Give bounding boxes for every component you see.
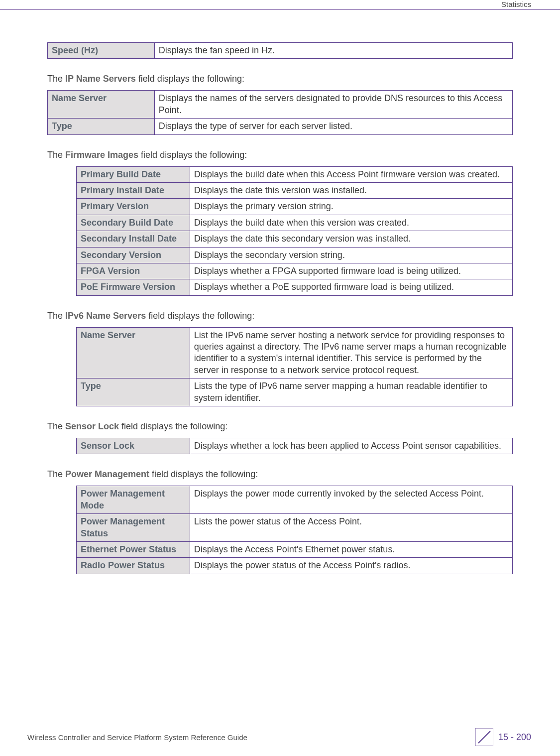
field-label: PoE Firmware Version [77, 279, 190, 295]
table-row: Name Server Displays the names of the se… [48, 91, 513, 119]
intro-term: IPv6 Name Servers [65, 311, 146, 321]
field-desc: Displays the Access Point's Ethernet pow… [190, 541, 512, 557]
table-row: Primary Version Displays the primary ver… [77, 199, 513, 215]
field-label: Radio Power Status [77, 558, 190, 574]
field-label: Secondary Build Date [77, 215, 190, 231]
intro-suffix: field displays the following: [119, 421, 227, 431]
table-row: Ethernet Power Status Displays the Acces… [77, 541, 513, 557]
field-label: FPGA Version [77, 263, 190, 279]
field-desc: Lists the type of IPv6 name server mappi… [190, 378, 512, 406]
table-row: Secondary Install Date Displays the date… [77, 231, 513, 247]
field-desc: Displays whether a PoE supported firmwar… [190, 279, 512, 295]
field-label: Name Server [48, 91, 155, 119]
intro-prefix: The [47, 421, 65, 431]
field-desc: Displays the primary version string. [190, 199, 512, 215]
table-row: Radio Power Status Displays the power st… [77, 558, 513, 574]
field-label: Type [48, 119, 155, 134]
table-row: FPGA Version Displays whether a FPGA sup… [77, 263, 513, 279]
intro-term: Power Management [65, 469, 149, 479]
field-desc: Displays whether a FPGA supported firmwa… [190, 263, 512, 279]
intro-suffix: field displays the following: [138, 150, 247, 160]
field-desc: Displays the secondary version string. [190, 247, 512, 263]
sensor-lock-intro: The Sensor Lock field displays the follo… [47, 421, 513, 432]
intro-prefix: The [47, 150, 65, 160]
field-label: Name Server [77, 327, 190, 378]
field-label: Type [77, 378, 190, 406]
table-row: Sensor Lock Displays whether a lock has … [77, 438, 513, 454]
intro-suffix: field displays the following: [146, 311, 254, 321]
table-row: Speed (Hz) Displays the fan speed in Hz. [48, 43, 513, 59]
field-label: Ethernet Power Status [77, 541, 190, 557]
field-label: Speed (Hz) [48, 43, 155, 59]
power-management-table: Power Management Mode Displays the power… [76, 486, 513, 574]
field-label: Secondary Install Date [77, 231, 190, 247]
table-row: Type Displays the type of server for eac… [48, 119, 513, 134]
intro-suffix: field displays the following: [149, 469, 258, 479]
intro-term: Sensor Lock [65, 421, 119, 431]
footer-right: 15 - 200 [475, 728, 531, 746]
intro-prefix: The [47, 311, 65, 321]
header-divider [0, 9, 560, 10]
field-label: Primary Version [77, 199, 190, 215]
svg-line-1 [478, 731, 490, 743]
table-row: Secondary Build Date Displays the build … [77, 215, 513, 231]
slash-icon [475, 728, 493, 746]
intro-suffix: field displays the following: [136, 74, 244, 84]
header-section-label: Statistics [501, 0, 531, 8]
ip-name-servers-intro: The IP Name Servers field displays the f… [47, 74, 513, 84]
field-desc: Displays the build date when this Access… [190, 166, 512, 182]
intro-prefix: The [47, 469, 65, 479]
table-row: Type Lists the type of IPv6 name server … [77, 378, 513, 406]
field-desc: Displays the names of the servers design… [154, 91, 512, 119]
field-desc: Lists the power status of the Access Poi… [190, 514, 512, 542]
ipv6-name-servers-intro: The IPv6 Name Servers field displays the… [47, 311, 513, 321]
table-row: Power Management Status Lists the power … [77, 514, 513, 542]
intro-term: IP Name Servers [65, 74, 136, 84]
table-row: Primary Install Date Displays the date t… [77, 182, 513, 198]
table-row: Power Management Mode Displays the power… [77, 486, 513, 514]
table-row: Primary Build Date Displays the build da… [77, 166, 513, 182]
page-footer: Wireless Controller and Service Platform… [27, 728, 531, 746]
field-desc: Displays the build date when this versio… [190, 215, 512, 231]
intro-term: Firmware Images [65, 150, 138, 160]
firmware-images-intro: The Firmware Images field displays the f… [47, 150, 513, 160]
field-label: Sensor Lock [77, 438, 190, 454]
page-number: 15 - 200 [498, 732, 531, 743]
field-label: Power Management Mode [77, 486, 190, 514]
ipv6-name-servers-table: Name Server List the IPv6 name server ho… [76, 327, 513, 406]
field-desc: Displays whether a lock has been applied… [190, 438, 512, 454]
footer-guide-title: Wireless Controller and Service Platform… [27, 733, 247, 742]
field-label: Primary Build Date [77, 166, 190, 182]
field-desc: Displays the date this secondary version… [190, 231, 512, 247]
sensor-lock-table: Sensor Lock Displays whether a lock has … [76, 438, 513, 454]
table-row: PoE Firmware Version Displays whether a … [77, 279, 513, 295]
field-desc: Displays the date this version was insta… [190, 182, 512, 198]
power-management-intro: The Power Management field displays the … [47, 469, 513, 480]
field-desc: Displays the type of server for each ser… [154, 119, 512, 134]
ip-name-servers-table: Name Server Displays the names of the se… [47, 90, 513, 134]
firmware-images-table: Primary Build Date Displays the build da… [76, 166, 513, 296]
field-desc: List the IPv6 name server hosting a netw… [190, 327, 512, 378]
intro-prefix: The [47, 74, 65, 84]
speed-table: Speed (Hz) Displays the fan speed in Hz. [47, 42, 513, 59]
field-label: Power Management Status [77, 514, 190, 542]
field-desc: Displays the fan speed in Hz. [154, 43, 512, 59]
field-desc: Displays the power status of the Access … [190, 558, 512, 574]
field-label: Primary Install Date [77, 182, 190, 198]
field-label: Secondary Version [77, 247, 190, 263]
table-row: Secondary Version Displays the secondary… [77, 247, 513, 263]
page-content: Speed (Hz) Displays the fan speed in Hz.… [47, 42, 513, 577]
table-row: Name Server List the IPv6 name server ho… [77, 327, 513, 378]
field-desc: Displays the power mode currently invoke… [190, 486, 512, 514]
